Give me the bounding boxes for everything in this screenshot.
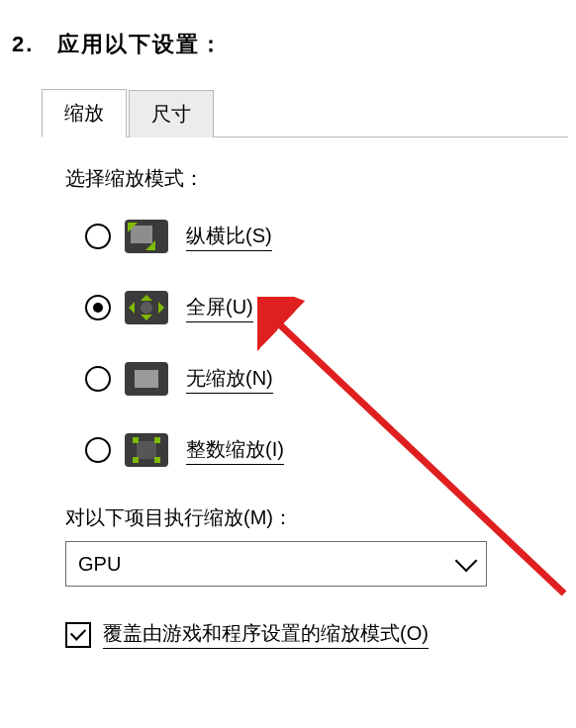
radio-label: 全屏(U) — [186, 294, 253, 322]
step-header: 2. 应用以下设置： — [12, 30, 224, 59]
tab-content-scaling: 选择缩放模式： 纵横比(S) 全屏(U) 无缩放(N) — [42, 137, 568, 649]
radio-label: 无缩放(N) — [186, 365, 273, 394]
radio-label: 纵横比(S) — [186, 223, 272, 251]
radio-indicator — [85, 295, 111, 320]
radio-label: 整数缩放(I) — [186, 436, 284, 465]
tab-bar: 缩放 尺寸 — [42, 91, 568, 137]
chevron-down-icon — [455, 550, 478, 573]
radio-no-scaling[interactable]: 无缩放(N) — [85, 362, 544, 396]
dropdown-value: GPU — [78, 553, 121, 576]
perform-scaling-on-dropdown[interactable]: GPU — [65, 541, 487, 587]
perform-scaling-on-label: 对以下项目执行缩放(M)： — [65, 504, 544, 531]
radio-indicator — [85, 437, 111, 463]
radio-indicator — [85, 224, 111, 249]
fullscreen-icon — [125, 291, 168, 324]
tab-size[interactable]: 尺寸 — [129, 90, 214, 137]
no-scaling-icon — [125, 362, 168, 396]
radio-integer-scaling[interactable]: 整数缩放(I) — [85, 433, 544, 467]
scaling-mode-label: 选择缩放模式： — [65, 165, 544, 192]
perform-scaling-on-section: 对以下项目执行缩放(M)： GPU — [65, 504, 544, 587]
integer-scaling-icon — [125, 433, 168, 467]
settings-panel: 缩放 尺寸 选择缩放模式： 纵横比(S) 全屏(U) — [42, 91, 568, 649]
tab-scaling[interactable]: 缩放 — [42, 89, 127, 137]
override-scaling-checkbox-row[interactable]: 覆盖由游戏和程序设置的缩放模式(O) — [65, 620, 544, 649]
radio-aspect-ratio[interactable]: 纵横比(S) — [85, 220, 544, 253]
aspect-ratio-icon — [125, 220, 168, 253]
scaling-mode-radio-group: 纵横比(S) 全屏(U) 无缩放(N) 整数缩放(I) — [85, 220, 544, 467]
step-title: 应用以下设置： — [57, 32, 224, 56]
override-scaling-label: 覆盖由游戏和程序设置的缩放模式(O) — [103, 620, 429, 649]
checkbox-indicator — [65, 622, 91, 648]
step-number: 2. — [12, 32, 34, 56]
radio-fullscreen[interactable]: 全屏(U) — [85, 291, 544, 324]
radio-indicator — [85, 366, 111, 392]
